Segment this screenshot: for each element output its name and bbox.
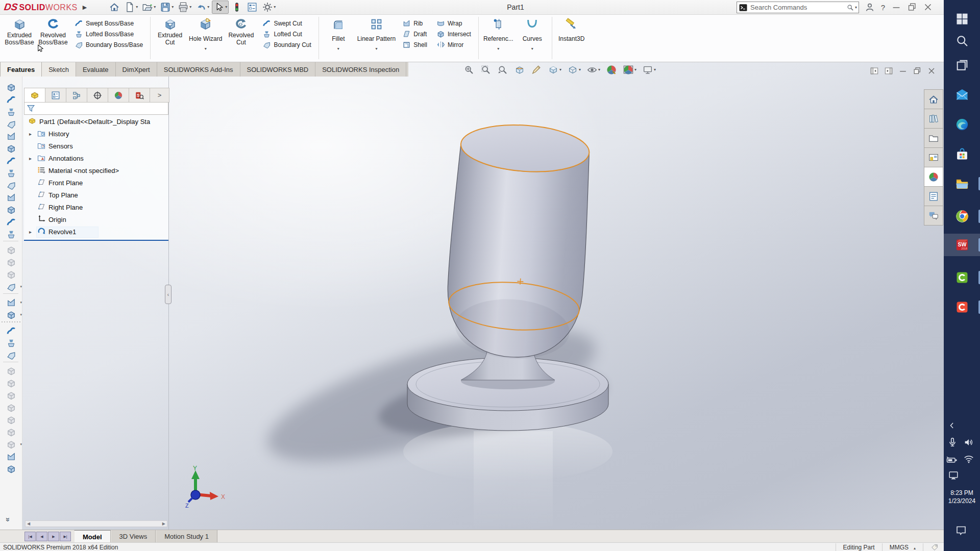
nav-last-button[interactable]: ▶| — [60, 532, 71, 541]
tree-item-origin[interactable]: Origin — [24, 213, 168, 226]
previous-view-button[interactable] — [496, 63, 510, 77]
revolved-boss-base-button[interactable]: Revolved Boss/Base — [36, 15, 70, 61]
taskbar-file-explorer[interactable] — [944, 172, 980, 195]
sidebar-overflow-chevron-icon[interactable]: » — [4, 517, 13, 521]
tab-dimxpert[interactable]: DimXpert — [116, 62, 157, 77]
panel-splitter-handle[interactable]: ‹ — [165, 285, 172, 304]
nav-next-button[interactable]: ▶ — [48, 532, 59, 541]
boundary-boss-base-button[interactable]: Boundary Boss/Base — [72, 40, 145, 49]
tree-expand-arrow-icon[interactable]: ▸ — [29, 131, 34, 137]
dimxpert-manager-tab[interactable] — [87, 88, 108, 102]
sidebar-feature-tool-31[interactable] — [0, 427, 22, 438]
home-button[interactable] — [107, 1, 121, 14]
linear-pattern-button[interactable]: Linear Pattern▾ — [355, 15, 398, 61]
display-style-button[interactable]: ▾ — [566, 63, 582, 77]
taskbar-camtasia-recorder[interactable] — [944, 296, 980, 318]
sidebar-tool-caret-icon[interactable]: ▾ — [20, 285, 22, 289]
tab-sketch[interactable]: Sketch — [42, 62, 76, 77]
search-input[interactable]: Search Commands — [748, 4, 846, 11]
open-document-button[interactable]: ▾ — [140, 1, 157, 14]
dynamic-annotation-views-button[interactable] — [529, 63, 544, 77]
tab-solidworks-mbd[interactable]: SOLIDWORKS MBD — [240, 62, 316, 77]
task-pane-appearances-scenes[interactable] — [924, 167, 943, 187]
tree-item-material-not-specified-[interactable]: Material <not specified> — [24, 164, 168, 177]
task-pane-custom-properties[interactable] — [924, 186, 943, 206]
search-commands-box[interactable]: Search Commands ▾ — [737, 2, 859, 13]
taskbar-task-view[interactable] — [944, 54, 980, 77]
display-style-caret-icon[interactable]: ▾ — [579, 68, 581, 72]
sidebar-feature-tool-1[interactable] — [0, 94, 22, 105]
apply-scene-button[interactable]: ▾ — [621, 63, 638, 77]
feature-manager-expand-arrow[interactable]: > — [150, 88, 169, 102]
options-caret-icon[interactable]: ▾ — [274, 5, 276, 9]
tab-model[interactable]: Model — [74, 530, 111, 543]
taskbar-solidworks-2018[interactable]: SW2018 — [944, 234, 980, 256]
extruded-cut-button[interactable]: Extruded Cut — [153, 15, 187, 61]
sidebar-tool-caret-icon[interactable]: ▾ — [20, 313, 22, 317]
nav-first-button[interactable]: |◀ — [24, 532, 36, 541]
sidebar-feature-tool-16[interactable] — [0, 269, 22, 280]
sidebar-tool-caret-icon[interactable]: ▾ — [20, 442, 22, 446]
minimize-button[interactable] — [889, 1, 903, 14]
task-pane-home[interactable] — [924, 89, 943, 109]
scroll-right-icon[interactable]: ▶ — [161, 521, 167, 526]
sidebar-feature-tool-30[interactable] — [0, 414, 22, 425]
sidebar-feature-tool-17[interactable]: ▾ — [0, 281, 22, 292]
sidebar-feature-tool-33[interactable] — [0, 451, 22, 462]
sign-in-button[interactable] — [863, 1, 877, 14]
section-view-button[interactable] — [512, 63, 527, 77]
sidebar-feature-tool-22[interactable] — [0, 325, 22, 336]
tab-3d-views[interactable]: 3D Views — [111, 530, 156, 543]
task-pane-view-palette[interactable] — [924, 147, 943, 167]
task-pane-file-explorer[interactable] — [924, 128, 943, 148]
sidebar-feature-tool-9[interactable] — [0, 192, 22, 203]
hole-wizard-button[interactable]: Hole Wizard▾ — [187, 15, 224, 61]
tree-item-right-plane[interactable]: Right Plane — [24, 201, 168, 213]
sidebar-feature-tool-28[interactable] — [0, 390, 22, 401]
help-button[interactable]: ? — [878, 3, 888, 12]
sidebar-feature-tool-2[interactable] — [0, 106, 22, 117]
print-button[interactable]: ▾ — [176, 1, 193, 14]
curves-caret-icon[interactable]: ▾ — [531, 46, 533, 52]
tab-features[interactable]: Features — [0, 62, 42, 77]
draft-button[interactable]: Draft — [400, 29, 430, 39]
sidebar-feature-tool-10[interactable] — [0, 204, 22, 215]
tree-expand-arrow-icon[interactable]: ▸ — [29, 229, 34, 235]
sidebar-feature-tool-19[interactable]: ▾ — [0, 297, 22, 308]
sidebar-feature-tool-5[interactable] — [0, 143, 22, 154]
select-caret-icon[interactable]: ▾ — [225, 5, 227, 9]
sidebar-feature-tool-29[interactable] — [0, 402, 22, 413]
curves-button[interactable]: Curves▾ — [516, 15, 549, 61]
lofted-cut-button[interactable]: Lofted Cut — [260, 29, 313, 39]
intersect-button[interactable]: Intersect — [434, 29, 474, 39]
hide-show-items-caret-icon[interactable]: ▾ — [598, 68, 600, 72]
fillet-button[interactable]: Fillet▾ — [322, 15, 355, 61]
lofted-boss-base-button[interactable]: Lofted Boss/Base — [72, 29, 145, 39]
apply-scene-caret-icon[interactable]: ▾ — [634, 68, 636, 72]
mirror-button[interactable]: Mirror — [434, 40, 474, 49]
zoom-to-fit-button[interactable] — [462, 63, 476, 77]
taskbar-network[interactable] — [963, 453, 974, 466]
close-button[interactable] — [921, 1, 935, 14]
taskbar-camtasia[interactable] — [944, 266, 980, 289]
taskbar-hidden-icons-chevron[interactable] — [947, 420, 957, 432]
tree-item-sensors[interactable]: Sensors — [24, 140, 168, 152]
instant3d-button[interactable]: Instant3D — [555, 15, 589, 61]
taskbar-battery[interactable] — [946, 454, 958, 468]
tree-item-revolve1[interactable]: ▸Revolve1 — [24, 226, 168, 238]
tab-evaluate[interactable]: Evaluate — [76, 62, 116, 77]
view-settings-caret-icon[interactable]: ▾ — [654, 68, 656, 72]
sidebar-feature-tool-11[interactable] — [0, 216, 22, 228]
sidebar-tool-caret-icon[interactable]: ▾ — [20, 300, 22, 305]
sidebar-feature-tool-4[interactable] — [0, 131, 22, 142]
tree-item-front-plane[interactable]: Front Plane — [24, 177, 168, 189]
print-caret-icon[interactable]: ▾ — [189, 5, 191, 9]
task-pane-design-library[interactable] — [924, 109, 943, 129]
taskbar-start[interactable] — [944, 7, 980, 30]
shell-button[interactable]: Shell — [400, 40, 430, 49]
edit-appearance-button[interactable] — [604, 63, 619, 77]
taskbar-mail[interactable] — [944, 84, 980, 106]
hole-wizard-caret-icon[interactable]: ▾ — [205, 46, 207, 52]
extruded-boss-base-button[interactable]: Extruded Boss/Base — [3, 15, 36, 61]
tab-solidworks-inspection[interactable]: SOLIDWORKS Inspection — [315, 62, 406, 77]
